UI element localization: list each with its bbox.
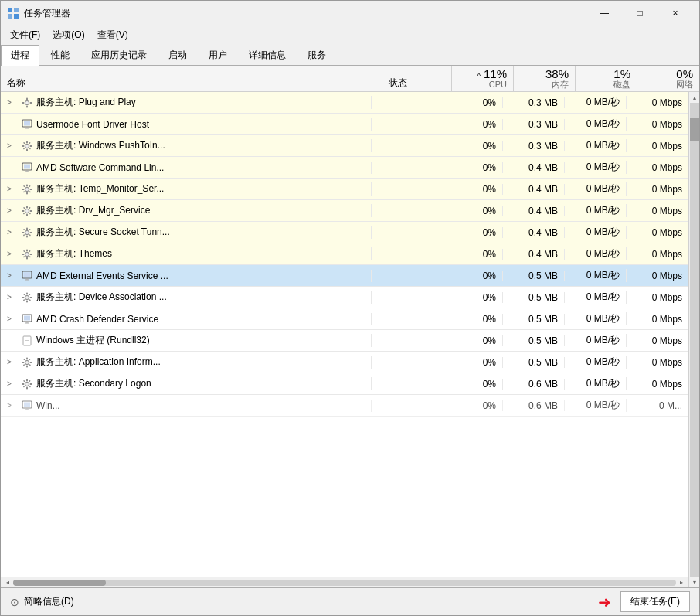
col-header-cpu[interactable]: ^ 11% CPU [452, 66, 514, 91]
svg-rect-102 [26, 386, 28, 389]
row-expand-icon[interactable]: > [7, 185, 18, 193]
row-expand-icon[interactable]: > [7, 141, 18, 150]
col-header-mem[interactable]: 38% 内存 [514, 66, 576, 91]
row-process-icon [21, 162, 33, 174]
row-disk: 0 MB/秒 [565, 161, 627, 174]
row-expand-icon[interactable]: > [7, 315, 18, 323]
scroll-left-arrow[interactable]: ◂ [2, 577, 13, 588]
row-memory: 0.4 MB [503, 249, 565, 260]
row-memory: 0.3 MB [503, 97, 565, 108]
vertical-scroll-thumb[interactable] [690, 118, 699, 141]
row-process-icon [21, 400, 33, 412]
menu-view[interactable]: 查看(V) [91, 27, 134, 43]
svg-rect-15 [26, 141, 28, 143]
row-cpu: 0% [441, 184, 503, 195]
row-disk: 0 MB/秒 [565, 269, 627, 282]
row-disk: 0 MB/秒 [565, 182, 627, 196]
row-expand-icon[interactable]: > [7, 358, 18, 366]
svg-rect-25 [24, 164, 30, 168]
row-process-name: Windows 主进程 (Rundll32) [1, 334, 372, 347]
table-row[interactable]: > 服务主机: Secondary Logon 0% 0.6 MB 0 MB/秒… [1, 373, 688, 395]
table-row[interactable]: > AMD External Events Service ... 0% 0.5… [1, 265, 688, 287]
svg-rect-18 [30, 145, 32, 147]
scroll-right-arrow[interactable]: ▸ [676, 577, 687, 588]
svg-rect-79 [23, 298, 25, 300]
title-bar: 任务管理器 — □ × [1, 1, 699, 26]
tab-app-history[interactable]: 应用历史记录 [81, 45, 157, 66]
status-icon: ⊙ [10, 596, 19, 608]
tab-details[interactable]: 详细信息 [239, 45, 296, 66]
table-row[interactable]: > AMD Crash Defender Service 0% 0.5 MB 0… [1, 308, 688, 330]
table-row[interactable]: > 服务主机: Themes 0% 0.4 MB 0 MB/秒 0 Mbps [1, 243, 688, 265]
vertical-scroll-track[interactable] [690, 103, 699, 577]
tab-services[interactable]: 服务 [297, 45, 336, 66]
svg-rect-87 [25, 339, 29, 339]
process-list[interactable]: > 服务主机: Plug and Play 0% 0.3 MB 0 MB/秒 0… [1, 92, 688, 577]
svg-rect-42 [30, 210, 32, 212]
maximize-button[interactable]: □ [622, 1, 658, 26]
tab-startup[interactable]: 启动 [158, 45, 197, 66]
row-expand-icon[interactable]: > [7, 206, 18, 215]
row-name-text: 服务主机: Secondary Logon [36, 377, 151, 390]
menu-options[interactable]: 选项(O) [46, 27, 90, 43]
row-process-icon [21, 97, 33, 109]
row-expand-icon[interactable]: > [7, 228, 18, 237]
row-expand-icon[interactable]: > [7, 379, 18, 388]
scrollbar-thumb[interactable] [13, 580, 106, 586]
svg-rect-77 [23, 293, 25, 294]
svg-rect-13 [25, 128, 29, 128]
col-header-disk[interactable]: 1% 磁盘 [576, 66, 637, 91]
table-row[interactable]: AMD Software Command Lin... 0% 0.4 MB 0 … [1, 157, 688, 179]
row-name-text: 服务主机: Themes [36, 247, 112, 260]
col-header-status[interactable]: 状态 [382, 66, 452, 91]
close-button[interactable]: × [658, 1, 693, 26]
row-memory: 0.4 MB [503, 162, 565, 173]
mem-percent: 38% [545, 68, 569, 80]
row-expand-icon[interactable]: > [7, 271, 18, 280]
table-row[interactable]: Usermode Font Driver Host 0% 0.3 MB 0 MB… [1, 114, 688, 135]
col-header-name[interactable]: 名称 [1, 66, 382, 91]
svg-rect-36 [29, 185, 30, 186]
table-row[interactable]: > 服务主机: Secure Socket Tunn... 0% 0.4 MB … [1, 222, 688, 243]
row-expand-icon[interactable]: > [7, 293, 18, 301]
table-row[interactable]: > 服务主机: Windows PushToIn... 0% 0.3 MB 0 … [1, 135, 688, 157]
scrollbar-track[interactable] [13, 580, 676, 586]
status-bar-left: ⊙ 简略信息(D) [10, 595, 598, 608]
row-process-name: > Win... [1, 400, 372, 412]
row-memory: 0.5 MB [503, 357, 565, 368]
tab-users[interactable]: 用户 [199, 45, 237, 66]
table-row[interactable]: > 服务主机: Device Association ... 0% 0.5 MB… [1, 287, 688, 308]
table-row[interactable]: > 服务主机: Temp_Monitor_Ser... 0% 0.4 MB 0 … [1, 179, 688, 200]
svg-rect-41 [22, 210, 25, 212]
table-row[interactable]: > 服务主机: Drv_Mgr_Service 0% 0.4 MB 0 MB/秒… [1, 200, 688, 222]
table-row[interactable]: Windows 主进程 (Rundll32) 0% 0.5 MB 0 MB/秒 … [1, 330, 688, 352]
tab-bar: 进程 性能 应用历史记录 启动 用户 详细信息 服务 [1, 44, 699, 66]
row-expand-icon[interactable]: > [7, 401, 18, 410]
tab-performance[interactable]: 性能 [41, 45, 80, 66]
vertical-scrollbar[interactable]: ▴ ▾ [688, 92, 699, 587]
table-row[interactable]: > 服务主机: Plug and Play 0% 0.3 MB 0 MB/秒 0… [1, 92, 688, 114]
row-disk: 0 MB/秒 [565, 291, 627, 304]
row-expand-icon[interactable]: > [7, 250, 18, 258]
table-row[interactable]: > 服务主机: Application Inform... 0% 0.5 MB … [1, 352, 688, 373]
row-expand-icon[interactable]: > [7, 98, 18, 107]
net-label: 网络 [676, 80, 693, 90]
tab-processes[interactable]: 进程 [1, 45, 39, 66]
row-process-icon [21, 183, 33, 196]
row-network: 0 Mbps [627, 292, 688, 303]
row-memory: 0.4 MB [503, 227, 565, 238]
horizontal-scrollbar[interactable]: ◂ ▸ [1, 577, 688, 587]
table-row[interactable]: > Win... 0% 0.6 MB 0 MB/秒 0 M... [1, 395, 688, 417]
row-cpu: 0% [441, 314, 503, 325]
row-cpu: 0% [441, 400, 503, 411]
minimize-button[interactable]: — [586, 1, 622, 26]
col-header-net[interactable]: 0% 网络 [637, 66, 699, 91]
row-disk: 0 MB/秒 [565, 139, 627, 152]
end-task-button[interactable]: 结束任务(E) [620, 591, 690, 612]
scroll-down-arrow[interactable]: ▾ [689, 577, 700, 587]
svg-rect-75 [22, 297, 25, 298]
menu-file[interactable]: 文件(F) [4, 27, 46, 43]
scroll-up-arrow[interactable]: ▴ [689, 92, 700, 103]
status-text[interactable]: 简略信息(D) [24, 595, 74, 608]
svg-rect-64 [29, 255, 31, 257]
